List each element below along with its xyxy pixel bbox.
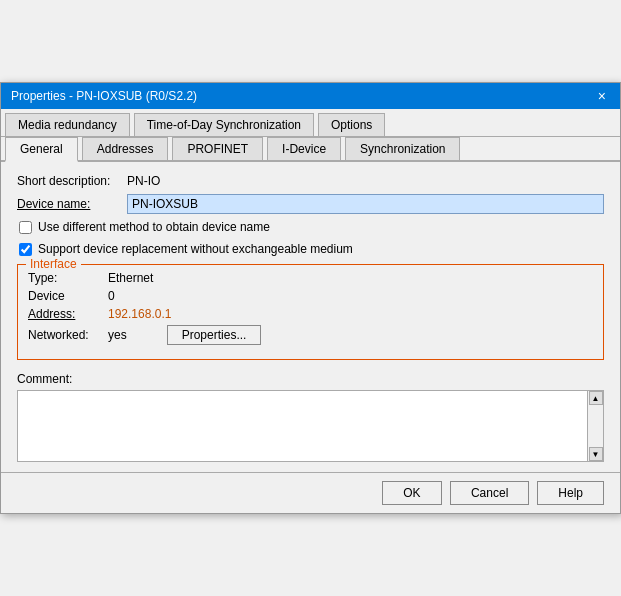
iface-address-label: Address:	[28, 307, 108, 321]
main-content: Short description: PN-IO Device name: Us…	[1, 162, 620, 472]
iface-type-row: Type: Ethernet	[28, 271, 593, 285]
checkbox1-label: Use different method to obtain device na…	[38, 220, 270, 234]
properties-window: Properties - PN-IOXSUB (R0/S2.2) × Media…	[0, 82, 621, 514]
device-name-label: Device name:	[17, 197, 127, 211]
checkbox2[interactable]	[19, 243, 32, 256]
device-name-input[interactable]	[127, 194, 604, 214]
tab-row-1: Media redundancy Time-of-Day Synchroniza…	[1, 109, 620, 137]
iface-type-label: Type:	[28, 271, 108, 285]
scroll-up-arrow[interactable]: ▲	[589, 391, 603, 405]
comment-section: Comment: ▲ ▼	[17, 372, 604, 462]
checkbox1-row: Use different method to obtain device na…	[19, 220, 604, 234]
checkbox1[interactable]	[19, 221, 32, 234]
properties-button[interactable]: Properties...	[167, 325, 262, 345]
iface-device-label: Device	[28, 289, 108, 303]
device-name-row: Device name:	[17, 194, 604, 214]
comment-label: Comment:	[17, 372, 604, 386]
tab-profinet[interactable]: PROFINET	[172, 137, 263, 160]
short-desc-label: Short description:	[17, 174, 127, 188]
tab-time-of-day[interactable]: Time-of-Day Synchronization	[134, 113, 314, 136]
tab-addresses[interactable]: Addresses	[82, 137, 169, 160]
comment-scrollbar[interactable]: ▲ ▼	[587, 391, 603, 461]
iface-networked-value: yes	[108, 328, 127, 342]
checkbox2-row: Support device replacement without excha…	[19, 242, 604, 256]
title-bar: Properties - PN-IOXSUB (R0/S2.2) ×	[1, 83, 620, 109]
checkbox2-label: Support device replacement without excha…	[38, 242, 353, 256]
help-button[interactable]: Help	[537, 481, 604, 505]
footer: OK Cancel Help	[1, 472, 620, 513]
iface-networked-row: Networked: yes Properties...	[28, 325, 593, 345]
iface-networked-label: Networked:	[28, 328, 108, 342]
tab-synchronization[interactable]: Synchronization	[345, 137, 460, 160]
comment-input[interactable]	[18, 391, 587, 461]
iface-address-value: 192.168.0.1	[108, 307, 171, 321]
iface-device-row: Device 0	[28, 289, 593, 303]
interface-group: Interface Type: Ethernet Device 0 Addres…	[17, 264, 604, 360]
scroll-down-arrow[interactable]: ▼	[589, 447, 603, 461]
ok-button[interactable]: OK	[382, 481, 442, 505]
close-button[interactable]: ×	[594, 89, 610, 103]
short-desc-row: Short description: PN-IO	[17, 174, 604, 188]
interface-legend: Interface	[26, 257, 81, 271]
tab-idevice[interactable]: I-Device	[267, 137, 341, 160]
iface-address-row: Address: 192.168.0.1	[28, 307, 593, 321]
short-desc-value: PN-IO	[127, 174, 160, 188]
tab-options[interactable]: Options	[318, 113, 385, 136]
comment-area-wrapper: ▲ ▼	[17, 390, 604, 462]
cancel-button[interactable]: Cancel	[450, 481, 529, 505]
tab-row-2: General Addresses PROFINET I-Device Sync…	[1, 137, 620, 162]
tab-general[interactable]: General	[5, 137, 78, 162]
iface-type-value: Ethernet	[108, 271, 153, 285]
tab-media-redundancy[interactable]: Media redundancy	[5, 113, 130, 136]
iface-device-value: 0	[108, 289, 115, 303]
window-title: Properties - PN-IOXSUB (R0/S2.2)	[11, 89, 197, 103]
